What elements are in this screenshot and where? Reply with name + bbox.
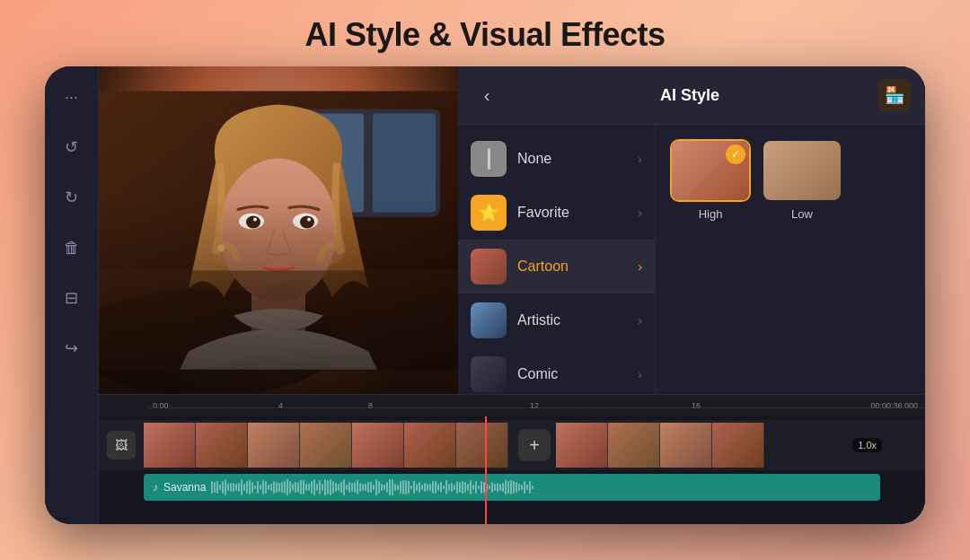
waveform-bar (507, 481, 509, 494)
waveform-bar (227, 484, 229, 491)
waveform-bar (343, 479, 345, 494)
thumb-r2 (608, 423, 660, 468)
back-button[interactable]: ‹ (472, 81, 501, 109)
waveform-bar (246, 481, 248, 494)
waveform-bar (427, 484, 428, 492)
waveform-bar (211, 481, 213, 493)
waveform-bar (313, 479, 315, 494)
panel-header: ‹ AI Style 🏪 (458, 66, 925, 125)
style-item-favorite[interactable]: ⭐ Favorite › (458, 186, 655, 240)
waveform-bar (467, 484, 469, 492)
style-label-artistic: Artistic (517, 312, 627, 328)
track-thumbnails (144, 423, 513, 468)
thumb-r1 (556, 423, 608, 468)
waveform-bar (338, 484, 340, 490)
style-item-artistic[interactable]: Artistic › (458, 293, 655, 347)
fav-thumb-inner: ⭐ (471, 195, 507, 231)
waveform-bar (346, 485, 348, 490)
waveform-bar (276, 482, 278, 493)
waveform-bar (222, 481, 224, 493)
sidebar-more-icon[interactable]: ··· (56, 81, 88, 113)
waveform-bar (437, 484, 439, 491)
waveform-bar (421, 485, 423, 490)
waveform-bar (378, 481, 380, 494)
waveform-bar (335, 483, 337, 492)
timeline-ruler: 0:00 4 8 12 16 00:00:36.000 (99, 395, 925, 416)
waveform-bar (435, 481, 436, 494)
waveform-bar (262, 480, 264, 495)
waveform-bar (327, 480, 329, 494)
waveform-bar (367, 482, 369, 492)
waveform-bar (464, 482, 466, 492)
waveform-bar (505, 480, 507, 494)
waveform-bar (284, 481, 286, 494)
waveform-bar (289, 481, 291, 494)
waveform-bar (235, 484, 237, 491)
thumb-7 (456, 423, 508, 468)
style-label-comic: Comic (517, 366, 627, 382)
style-list: None › ⭐ Favorite › (458, 125, 656, 394)
waveform-bar (443, 486, 445, 490)
quality-card-high[interactable]: ✓ High (670, 139, 751, 221)
waveform-bar (316, 484, 318, 490)
waveform-bar (524, 481, 525, 494)
waveform-bar (384, 485, 385, 490)
waveform-bar (491, 482, 493, 493)
waveform-bar (292, 484, 294, 490)
waveform-bar (295, 482, 296, 493)
waveform-bar (445, 480, 447, 494)
waveform-bar (216, 481, 218, 494)
thumb-5 (352, 423, 404, 468)
waveform-bar (470, 480, 472, 494)
sidebar-layers-icon[interactable]: ⊟ (56, 282, 88, 314)
waveform-bar (354, 482, 356, 494)
waveform-bar (392, 479, 393, 495)
waveform-bar (510, 480, 512, 494)
store-button[interactable]: 🏪 (878, 79, 911, 111)
chevron-comic: › (638, 367, 642, 381)
waveform-bar (308, 484, 310, 492)
waveform-bar (241, 479, 242, 494)
waveform-bar (499, 484, 501, 491)
thumb-1 (144, 423, 196, 468)
waveform-bar (521, 485, 523, 489)
waveform-bar (260, 485, 261, 490)
waveform-bar (359, 483, 361, 492)
sidebar-delete-icon[interactable]: 🗑 (56, 232, 88, 264)
waveform-bar (230, 483, 232, 492)
waveform-bar (287, 479, 288, 495)
sidebar-export-icon[interactable]: ↪ (56, 332, 88, 364)
none-thumb-inner (471, 141, 507, 177)
waveform-bar (238, 483, 240, 492)
playhead[interactable]: 00:00:04:477 (485, 416, 487, 524)
thumb-4 (300, 423, 352, 468)
waveform-bar (397, 485, 399, 490)
track-image-icon[interactable]: 🖼 (107, 431, 136, 459)
waveform-bar (440, 482, 442, 493)
waveform-bar (497, 483, 498, 491)
waveform-bar (273, 481, 275, 494)
waveform-bar (219, 485, 221, 490)
waveform-bar (526, 485, 528, 489)
waveform-bar (481, 481, 482, 493)
waveform-bar (351, 483, 353, 492)
quality-label-low: Low (791, 207, 813, 221)
chevron-favorite: › (638, 206, 642, 220)
style-item-comic[interactable]: Comic › (458, 347, 655, 394)
waveform-bar (281, 482, 283, 493)
waveform-bar (513, 481, 515, 494)
waveform-bar (303, 480, 304, 494)
sidebar-redo-icon[interactable]: ↻ (56, 181, 88, 214)
sidebar-undo-icon[interactable]: ↺ (56, 131, 88, 163)
waveform-bar (278, 483, 280, 493)
waveform-bar (348, 482, 350, 492)
quality-check-high: ✓ (726, 144, 745, 164)
add-clip-button[interactable]: + (518, 429, 551, 461)
panel-title: AI Style (660, 86, 719, 105)
style-item-none[interactable]: None › (458, 132, 655, 186)
video-track: 🖼 + 1.0x (99, 420, 925, 470)
waveform-bar (516, 482, 517, 492)
style-item-cartoon[interactable]: Cartoon › (458, 240, 655, 293)
quality-card-low[interactable]: Low (762, 139, 842, 221)
chevron-cartoon: › (638, 259, 642, 274)
